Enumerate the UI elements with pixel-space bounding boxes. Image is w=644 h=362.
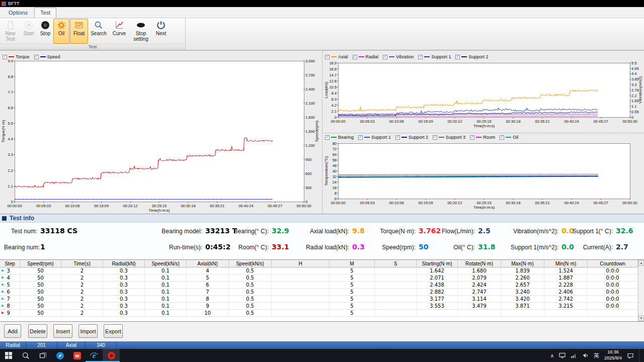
table-scrollbar[interactable]: ▲ ▼ [638,260,644,321]
new-test-button[interactable]: New Test [1,19,20,44]
table-row-step-3[interactable]: ▶35020.30.140.551.6421.6801.8391.5240:0:… [0,267,644,275]
task-view-button[interactable] [34,349,51,362]
export-button[interactable]: Export [104,324,123,338]
tab-options[interactable]: Options [3,8,33,18]
table-cell: 0.1 [145,267,187,274]
insert-button[interactable]: Insert [53,324,72,338]
legend-checkbox-bearing[interactable]: ✓ [325,135,330,140]
float-button[interactable]: Float [70,19,88,44]
show-desktop-button[interactable] [639,349,641,362]
button-label: Float [73,31,85,37]
network-icon[interactable] [571,352,577,358]
svg-text:3.3: 3.3 [631,82,636,87]
svg-text:14.7: 14.7 [329,73,337,77]
column-header-starting-n-m[interactable]: Starting(N·m) [417,260,458,267]
svg-text:00:10:06: 00:10:06 [65,204,79,208]
svg-text:5.5: 5.5 [631,61,636,65]
svg-text:00:25:15: 00:25:15 [152,204,167,208]
column-header-speed-kn-s[interactable]: Speed(kN/s) [229,260,272,267]
svg-text:6.6: 6.6 [8,106,13,110]
legend-checkbox-support-1[interactable]: ✓ [418,55,423,59]
table-cell: 5 [330,275,375,281]
notification-center-icon[interactable] [627,352,634,359]
table-cell: 0.3 [103,310,145,316]
taskbar-app-bftt[interactable] [103,349,120,362]
window-title: BFTT [8,1,20,6]
column-header-s[interactable]: S [375,260,417,267]
svg-text:40: 40 [333,169,337,173]
table-cell: 0.1 [145,289,187,295]
taskbar-clock[interactable]: 16:36 2025/8/4 [604,349,622,361]
table-cell [272,303,330,309]
next-button[interactable]: Next [152,19,170,44]
oil-button[interactable]: Oil [53,19,69,44]
column-header-max-n-m[interactable]: Max(N·m) [501,260,544,267]
tab-test[interactable]: Test [34,8,56,18]
info-field-radial-load-kn: Radial load(kN):0.3 [293,243,370,256]
legend-checkbox-support-2[interactable]: ✓ [395,135,400,140]
table-cell: 2 [61,282,103,288]
legend-checkbox-oil[interactable]: ✓ [500,135,504,140]
language-indicator[interactable]: 英 [594,352,599,359]
import-button[interactable]: Import [78,324,98,338]
legend-checkbox-torque[interactable]: ✓ [3,55,7,59]
table-row-step-9[interactable]: ▶95020.30.1100.55 [0,310,644,317]
column-header-min-n-m[interactable]: Min(N·m) [544,260,588,267]
column-header-radial-kn[interactable]: Radial(kN) [103,260,145,267]
table-row-step-8[interactable]: ▶85020.30.190.553.5533.4793.8713.2150:0:… [0,303,644,310]
windows-taskbar: W e ∧ 英 16:36 2025/8/4 [0,349,644,362]
table-cell: 0.5 [229,289,272,295]
legend-checkbox-support-1[interactable]: ✓ [358,135,363,140]
scroll-up-button[interactable]: ▲ [638,260,644,266]
table-row-step-7[interactable]: ▶75020.30.180.553.1773.1143.4202.7420:0:… [0,296,644,303]
table-cell: 5 [330,310,375,316]
svg-text:00:50:30: 00:50:30 [622,119,637,124]
legend-checkbox-room[interactable]: ✓ [470,135,474,140]
scroll-down-button[interactable]: ▼ [638,315,644,321]
table-cell: 9 [187,303,229,309]
search-button[interactable]: Search [89,19,109,44]
legend-checkbox-speed[interactable]: ✓ [34,55,39,59]
legend-checkbox-support-3[interactable]: ✓ [433,135,437,140]
add-button[interactable]: Add [4,324,21,338]
table-row-step-6[interactable]: ▶65020.30.170.552.8822.7473.2402.4060:0:… [0,289,644,296]
taskbar-app-ie[interactable]: e [86,349,103,362]
table-row-step-5[interactable]: ▶55020.30.160.552.4382.4242.6572.2280:0:… [0,282,644,289]
start-button[interactable] [0,349,17,362]
column-header-step[interactable]: Step [0,260,20,267]
monitor-icon[interactable] [559,352,566,358]
info-field-label: Torque(N·m): [370,228,416,235]
column-header-speed-kn-s[interactable]: Speed(kN/s) [145,260,187,267]
column-header-speed-rpm[interactable]: Speed(rpm) [20,260,61,267]
column-header-h[interactable]: H [272,260,330,267]
delete-button[interactable]: Delete [28,324,47,338]
column-header-m[interactable]: M [330,260,375,267]
svg-text:00:35:21: 00:35:21 [535,201,549,205]
table-cell [272,275,330,281]
svg-text:00:10:06: 00:10:06 [389,201,404,205]
column-header-axial-kn[interactable]: Axial(kN) [187,260,229,267]
stop-setting-button[interactable]: Stop setting [130,19,152,44]
curve-button[interactable]: Curve [109,19,129,44]
column-header-time-s[interactable]: Time(s) [61,260,103,267]
stop-button[interactable]: Stop [38,19,53,44]
table-cell: 2 [61,310,103,316]
table-cell [375,267,417,274]
start-button[interactable]: Start [20,19,37,44]
taskbar-search-button[interactable] [17,349,34,362]
column-header-countdown[interactable]: Countdown [588,260,638,267]
svg-text:00:50:30: 00:50:30 [296,204,311,208]
button-label: Stop setting [131,31,150,42]
table-row-step-4[interactable]: ▶45020.30.150.552.0712.0792.2601.8870:0:… [0,275,644,282]
legend-checkbox-support-2[interactable]: ✓ [455,55,460,59]
tray-expand-icon[interactable]: ∧ [550,353,554,358]
taskbar-app-browser[interactable] [51,349,68,362]
legend-checkbox-radial[interactable]: ✓ [353,55,357,59]
legend-checkbox-vibration[interactable]: ✓ [383,55,387,59]
legend-checkbox-axial[interactable]: ✓ [325,55,330,59]
wps-icon: W [73,351,82,360]
svg-text:00:00:00: 00:00:00 [7,204,22,208]
volume-icon[interactable] [582,352,589,358]
taskbar-app-wps[interactable]: W [68,349,86,362]
column-header-rotate-n-m[interactable]: Rotate(N·m) [458,260,501,267]
